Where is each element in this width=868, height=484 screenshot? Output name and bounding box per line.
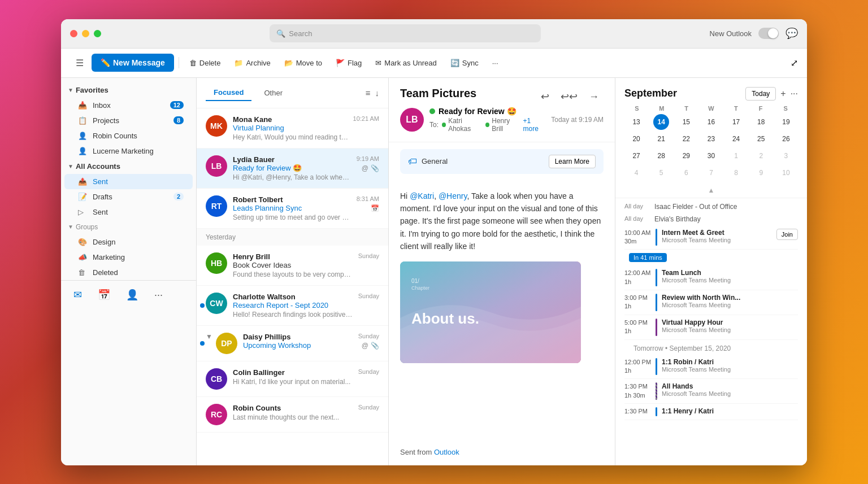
cal-day[interactable]: 4 bbox=[628, 165, 644, 181]
hamburger-button[interactable]: ☰ bbox=[70, 54, 89, 72]
collapse-toggle[interactable]: ▼ bbox=[206, 333, 212, 341]
expand-icon[interactable]: ⤢ bbox=[791, 58, 798, 68]
cal-day[interactable]: 23 bbox=[703, 131, 719, 147]
cal-day[interactable]: 3 bbox=[778, 148, 794, 164]
email-sender: Charlotte Waltson bbox=[233, 293, 354, 301]
new-message-button[interactable]: ✏️ New Message bbox=[92, 54, 174, 72]
mark-unread-button[interactable]: ✉ Mark as Unread bbox=[370, 55, 442, 71]
cal-day[interactable]: 20 bbox=[628, 131, 644, 147]
calendar-nav-button[interactable]: 📅 bbox=[94, 285, 114, 304]
main-content: ▼ Favorites 📥 Inbox 12 📋 Projects 8 👤 Ro… bbox=[61, 78, 807, 465]
cal-event[interactable]: 10:00 AM30m Intern Meet & Greet Microsof… bbox=[624, 225, 798, 250]
cal-collapse-btn[interactable]: ▲ bbox=[615, 185, 807, 195]
groups-section[interactable]: ▼ Groups bbox=[61, 220, 196, 234]
cal-day[interactable]: 21 bbox=[653, 131, 669, 147]
forward-button[interactable]: → bbox=[584, 89, 604, 105]
email-item[interactable]: MK Mona Kane Virtual Planning Hey Katri,… bbox=[197, 108, 388, 149]
sidebar-item-robin[interactable]: 👤 Robin Counts bbox=[64, 128, 193, 143]
cal-day[interactable]: 17 bbox=[728, 114, 744, 130]
cal-day[interactable]: 13 bbox=[628, 114, 644, 130]
cal-day[interactable]: 25 bbox=[753, 131, 769, 147]
sidebar-item-drafts[interactable]: 📝 Drafts 2 bbox=[64, 189, 193, 204]
cal-event[interactable]: 12:00 AM1h Team Lunch Microsoft Teams Me… bbox=[624, 265, 798, 290]
email-item[interactable]: CW Charlotte Waltson Research Report - S… bbox=[197, 286, 388, 326]
sidebar-item-sent-sub[interactable]: ▷ Sent bbox=[64, 204, 193, 220]
sidebar-item-marketing[interactable]: 📣 Marketing bbox=[64, 250, 193, 265]
cal-day[interactable]: 10 bbox=[778, 165, 794, 181]
sort-icon[interactable]: ↓ bbox=[375, 88, 380, 98]
new-outlook-toggle[interactable] bbox=[758, 28, 779, 39]
cal-day[interactable]: 8 bbox=[728, 165, 744, 181]
cal-day[interactable]: 16 bbox=[703, 114, 719, 130]
all-accounts-section[interactable]: ▼ All Accounts bbox=[61, 159, 196, 174]
sidebar-item-inbox[interactable]: 📥 Inbox 12 bbox=[64, 98, 193, 113]
move-to-button[interactable]: 📂 Move to bbox=[279, 55, 328, 71]
favorites-section[interactable]: ▼ Favorites bbox=[61, 82, 196, 98]
tab-focused[interactable]: Focused bbox=[206, 85, 251, 101]
email-item[interactable]: RC Robin Counts Last minute thoughts our… bbox=[197, 397, 388, 433]
more-toolbar-button[interactable]: ··· bbox=[487, 55, 504, 71]
outlook-link[interactable]: Outlook bbox=[434, 448, 459, 456]
sidebar-item-deleted[interactable]: 🗑 Deleted bbox=[64, 265, 193, 280]
today-button[interactable]: Today bbox=[745, 87, 776, 101]
event-info: Team Lunch Microsoft Teams Meeting bbox=[662, 269, 798, 286]
archive-button[interactable]: 📁 Archive bbox=[228, 55, 276, 71]
join-button[interactable]: Join bbox=[776, 229, 798, 240]
sidebar-item-sent[interactable]: 📤 Sent bbox=[64, 174, 193, 189]
cal-event[interactable]: 12:00 PM1h 1:1 Robin / Katri Microsoft T… bbox=[624, 355, 798, 380]
cal-day[interactable]: 9 bbox=[753, 165, 769, 181]
more-nav-button[interactable]: ··· bbox=[151, 286, 166, 304]
people-nav-button[interactable]: 👤 bbox=[123, 285, 142, 304]
add-event-button[interactable]: + bbox=[780, 89, 785, 99]
cal-day[interactable]: 28 bbox=[653, 148, 669, 164]
cal-day[interactable]: 22 bbox=[678, 131, 694, 147]
cal-event[interactable]: 5:00 PM1h Virtual Happy Hour Microsoft T… bbox=[624, 315, 798, 340]
cal-day[interactable]: 6 bbox=[678, 165, 694, 181]
maximize-button[interactable] bbox=[94, 30, 101, 37]
cal-day[interactable]: 19 bbox=[778, 114, 794, 130]
cal-day[interactable]: 1 bbox=[728, 148, 744, 164]
cal-day[interactable]: 5 bbox=[653, 165, 669, 181]
lucerne-label: Lucerne Marketing bbox=[93, 147, 154, 155]
cal-header: September Today + ··· bbox=[615, 78, 807, 105]
cal-event[interactable]: 1:30 PM1h 30m All Hands Microsoft Teams … bbox=[624, 379, 798, 404]
email-item[interactable]: LB Lydia Bauer Ready for Review 🤩 Hi @Ka… bbox=[197, 149, 388, 189]
delete-button[interactable]: 🗑 Delete bbox=[184, 55, 227, 71]
email-item[interactable]: HB Henry Brill Book Cover Ideas Found th… bbox=[197, 246, 388, 286]
flag-button[interactable]: 🚩 Flag bbox=[330, 55, 367, 71]
email-item[interactable]: ▼ DP Daisy Phillips Upcoming Workshop Su… bbox=[197, 326, 388, 361]
cal-day-today[interactable]: 14 bbox=[653, 114, 669, 130]
reply-button[interactable]: ↩ bbox=[536, 88, 554, 105]
sync-button[interactable]: 🔄 Sync bbox=[445, 55, 484, 71]
cal-more-button[interactable]: ··· bbox=[791, 89, 798, 99]
cal-day[interactable]: 30 bbox=[703, 148, 719, 164]
email-item[interactable]: RT Robert Tolbert Leads Planning Sync Se… bbox=[197, 189, 388, 229]
cal-event[interactable]: 3:00 PM1h Review with North Win... Micro… bbox=[624, 290, 798, 315]
cal-day[interactable]: 15 bbox=[678, 114, 694, 130]
mention-henry[interactable]: @Henry bbox=[439, 191, 467, 200]
mention-katri[interactable]: @Katri bbox=[410, 191, 434, 200]
close-button[interactable] bbox=[70, 30, 77, 37]
search-bar[interactable]: 🔍 Search bbox=[270, 24, 541, 42]
cal-day[interactable]: 26 bbox=[778, 131, 794, 147]
sidebar-item-lucerne[interactable]: 👤 Lucerne Marketing bbox=[64, 143, 193, 159]
reply-all-button[interactable]: ↩↩ bbox=[556, 88, 582, 105]
cal-event[interactable]: 1:30 PM 1:1 Henry / Katri bbox=[624, 404, 798, 420]
mail-nav-button[interactable]: ✉ bbox=[70, 285, 85, 304]
sidebar-item-projects[interactable]: 📋 Projects 8 bbox=[64, 113, 193, 128]
chat-icon[interactable]: 💬 bbox=[785, 27, 798, 40]
tab-other[interactable]: Other bbox=[256, 85, 290, 101]
filter-icon[interactable]: ≡ bbox=[366, 88, 371, 98]
learn-more-button[interactable]: Learn More bbox=[549, 155, 596, 168]
svg-text:About us.: About us. bbox=[411, 310, 479, 327]
cal-day[interactable]: 24 bbox=[728, 131, 744, 147]
cal-day[interactable]: 7 bbox=[703, 165, 719, 181]
email-item[interactable]: CB Colin Ballinger Hi Katri, I'd like yo… bbox=[197, 361, 388, 397]
minimize-button[interactable] bbox=[82, 30, 89, 37]
cal-day[interactable]: 27 bbox=[628, 148, 644, 164]
cal-day[interactable]: 18 bbox=[753, 114, 769, 130]
more-recipients[interactable]: +1 more bbox=[523, 117, 546, 133]
cal-day[interactable]: 2 bbox=[753, 148, 769, 164]
sidebar-item-design[interactable]: 🎨 Design bbox=[64, 234, 193, 250]
cal-day[interactable]: 29 bbox=[678, 148, 694, 164]
